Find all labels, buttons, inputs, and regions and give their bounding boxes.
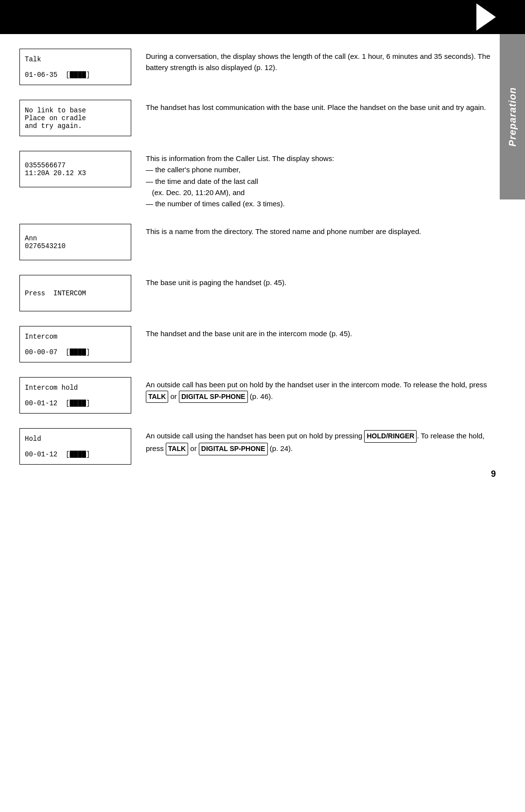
talk-display-box: Talk 01-06-35 [████] bbox=[19, 49, 131, 85]
digital-sp-phone-key: DIGITAL SP-PHONE bbox=[199, 443, 268, 455]
caller-list-display-box: 0355566677 11:20A 20.12 X3 bbox=[19, 151, 131, 187]
battery-icon: [████] bbox=[66, 348, 90, 356]
table-row: 0355566677 11:20A 20.12 X3 This is infor… bbox=[19, 151, 491, 209]
hold-display-box: Hold 00-01-12 [████] bbox=[19, 428, 131, 465]
table-row: Talk 01-06-35 [████] During a conversati… bbox=[19, 49, 491, 85]
display-line: 00-01-12 [████] bbox=[25, 399, 126, 407]
table-row: Intercom hold 00-01-12 [████] An outside… bbox=[19, 377, 491, 414]
display-line: 00-01-12 [████] bbox=[25, 451, 126, 458]
row-description: The handset and the base unit are in the… bbox=[146, 326, 491, 339]
battery-icon: [████] bbox=[66, 71, 90, 79]
table-row: Intercom 00-00-07 [████] The handset and… bbox=[19, 326, 491, 362]
row-description: An outside call using the handset has be… bbox=[146, 428, 491, 455]
display-line: No link to base bbox=[25, 107, 126, 114]
row-description: An outside call has been put on hold by … bbox=[146, 377, 491, 403]
display-line: Place on cradle bbox=[25, 114, 126, 122]
digital-sp-phone-key: DIGITAL SP-PHONE bbox=[179, 391, 248, 403]
battery-icon: [████] bbox=[66, 399, 90, 407]
display-line: 00-00-07 [████] bbox=[25, 348, 126, 356]
display-line: Intercom bbox=[25, 333, 126, 341]
table-row: No link to base Place on cradle and try … bbox=[19, 100, 491, 136]
table-row: Press INTERCOM The base unit is paging t… bbox=[19, 275, 491, 311]
arrow-icon bbox=[476, 3, 496, 31]
battery-icon: [████] bbox=[66, 451, 90, 458]
display-line: and try again. bbox=[25, 122, 126, 130]
intercom-hold-display-box: Intercom hold 00-01-12 [████] bbox=[19, 377, 131, 414]
press-intercom-display-box: Press INTERCOM bbox=[19, 275, 131, 311]
display-line: Ann bbox=[25, 235, 126, 242]
table-row: Ann 0276543210 This is a name from the d… bbox=[19, 224, 491, 260]
row-description: The base unit is paging the handset (p. … bbox=[146, 275, 491, 288]
side-tab-label: Preparation bbox=[507, 87, 518, 146]
no-link-display-box: No link to base Place on cradle and try … bbox=[19, 100, 131, 136]
intercom-display-box: Intercom 00-00-07 [████] bbox=[19, 326, 131, 362]
display-line bbox=[25, 443, 126, 451]
display-line bbox=[25, 341, 126, 348]
hold-ringer-key: HOLD/RINGER bbox=[364, 430, 417, 443]
display-line: Hold bbox=[25, 435, 126, 443]
display-line: 0276543210 bbox=[25, 242, 126, 250]
display-line: 01-06-35 [████] bbox=[25, 71, 126, 79]
main-content: Talk 01-06-35 [████] During a conversati… bbox=[0, 34, 525, 494]
row-description: During a conversation, the display shows… bbox=[146, 49, 491, 73]
preparation-tab: Preparation bbox=[500, 34, 525, 199]
display-line: 11:20A 20.12 X3 bbox=[25, 169, 126, 177]
row-description: The handset has lost communication with … bbox=[146, 100, 491, 113]
display-line: Talk bbox=[25, 55, 126, 63]
directory-display-box: Ann 0276543210 bbox=[19, 224, 131, 260]
display-line: 0355566677 bbox=[25, 162, 126, 169]
display-line bbox=[25, 63, 126, 71]
display-line: Intercom hold bbox=[25, 384, 126, 392]
talk-key: TALK bbox=[166, 443, 188, 455]
display-line: Press INTERCOM bbox=[25, 289, 126, 297]
row-description: This is a name from the directory. The s… bbox=[146, 224, 491, 237]
top-banner bbox=[0, 0, 525, 34]
row-description: This is information from the Caller List… bbox=[146, 151, 491, 209]
table-row: Hold 00-01-12 [████] An outside call usi… bbox=[19, 428, 491, 465]
page-number: 9 bbox=[491, 469, 496, 479]
display-line bbox=[25, 392, 126, 399]
talk-key: TALK bbox=[146, 391, 168, 403]
